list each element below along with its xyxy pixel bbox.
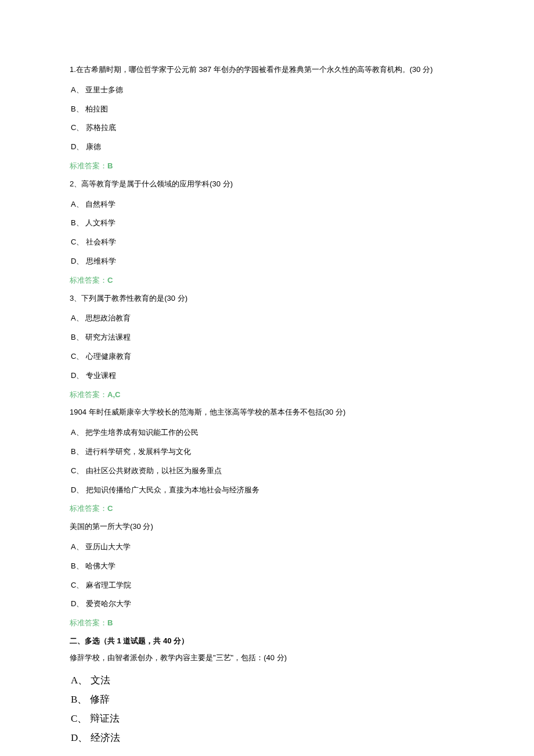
option-d: D、 康德 [70, 141, 464, 153]
option-d: D、 爱资哈尔大学 [70, 598, 464, 610]
answer-line: 标准答案：C [70, 275, 464, 287]
answer-value: A,C [107, 390, 120, 399]
question-text: 美国的第一所大学(30 分) [70, 521, 464, 533]
option-b: B、 人文科学 [70, 217, 464, 229]
option-a: A、 把学生培养成有知识能工作的公民 [70, 427, 464, 439]
option-a: A、 思想政治教育 [70, 312, 464, 325]
option-b: B、 研究方法课程 [70, 332, 464, 344]
answer-line: 标准答案：B [70, 160, 464, 172]
option-d: D、 把知识传播给广大民众，直接为本地社会与经济服务 [70, 484, 464, 496]
answer-label: 标准答案： [70, 618, 107, 627]
option-a: A、 亚里士多德 [70, 84, 464, 96]
option-b: B、 进行科学研究，发展科学与文化 [70, 446, 464, 458]
option-d: D、 经济法 [70, 730, 464, 746]
answer-value: C [107, 504, 113, 513]
option-b: B、 修辞 [70, 692, 464, 707]
option-c: C、 心理健康教育 [70, 351, 464, 363]
question-text: 1904 年时任威斯康辛大学校长的范海斯，他主张高等学校的基本任务不包括(30 … [70, 406, 464, 419]
question-block-5: 美国的第一所大学(30 分) A、 亚历山大大学 B、 哈佛大学 C、 麻省理工… [70, 521, 464, 629]
option-c: C、 由社区公共财政资助，以社区为服务重点 [70, 465, 464, 477]
option-c: C、 麻省理工学院 [70, 579, 464, 592]
option-a: A、 文法 [70, 672, 464, 688]
answer-label: 标准答案： [70, 161, 107, 170]
option-b: B、 哈佛大学 [70, 560, 464, 573]
question-block-2: 2、高等教育学是属于什么领域的应用学科(30 分) A、 自然科学 B、 人文科… [70, 178, 464, 287]
option-d: D、 专业课程 [70, 370, 464, 382]
section-2: 二、多选（共 1 道试题，共 40 分） 修辞学校，由智者派创办，教学内容主要是… [70, 635, 464, 746]
option-c: C、 辩证法 [70, 711, 464, 726]
answer-label: 标准答案： [70, 504, 107, 513]
option-d: D、 思维科学 [70, 255, 464, 268]
answer-line: 标准答案：C [70, 503, 464, 515]
answer-line: 标准答案：B [70, 617, 464, 629]
question-block-1: 1.在古希腊时期，哪位哲学家于公元前 387 年创办的学园被看作是雅典第一个永久… [70, 64, 464, 172]
answer-line: 标准答案：A,C [70, 389, 464, 401]
option-a: A、 亚历山大大学 [70, 541, 464, 553]
option-c: C、 苏格拉底 [70, 122, 464, 134]
question-text: 修辞学校，由智者派创办，教学内容主要是"三艺"，包括：(40 分) [70, 652, 464, 664]
answer-value: C [107, 276, 113, 285]
option-c: C、 社会科学 [70, 236, 464, 249]
question-text: 3、下列属于教养性教育的是(30 分) [70, 293, 464, 305]
answer-value: B [107, 618, 113, 627]
question-block-3: 3、下列属于教养性教育的是(30 分) A、 思想政治教育 B、 研究方法课程 … [70, 293, 464, 401]
answer-value: B [107, 161, 113, 170]
option-a: A、 自然科学 [70, 199, 464, 211]
question-block-4: 1904 年时任威斯康辛大学校长的范海斯，他主张高等学校的基本任务不包括(30 … [70, 406, 464, 515]
answer-label: 标准答案： [70, 390, 107, 399]
question-text: 2、高等教育学是属于什么领域的应用学科(30 分) [70, 178, 464, 190]
question-text: 1.在古希腊时期，哪位哲学家于公元前 387 年创办的学园被看作是雅典第一个永久… [70, 64, 464, 76]
answer-label: 标准答案： [70, 276, 107, 285]
option-b: B、 柏拉图 [70, 103, 464, 116]
section-header: 二、多选（共 1 道试题，共 40 分） [70, 635, 464, 647]
